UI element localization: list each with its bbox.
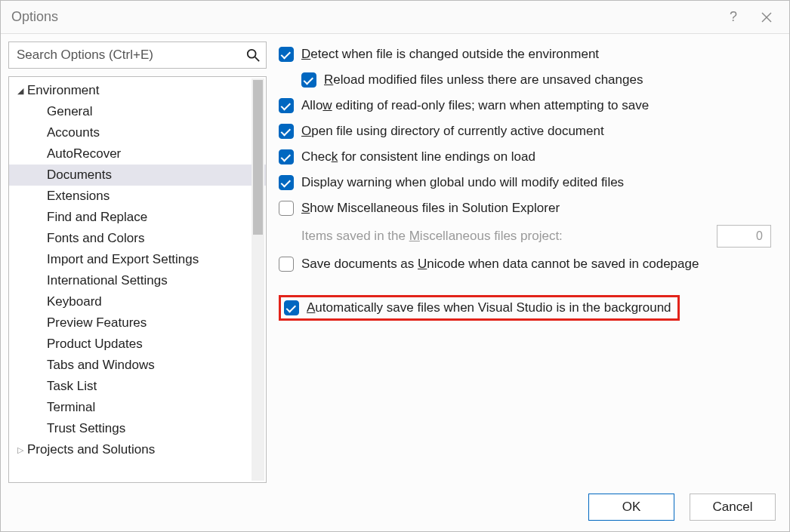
tree-node-autorecover[interactable]: AutoRecover xyxy=(9,143,266,165)
tree-label: Accounts xyxy=(47,125,100,140)
tree-label: Terminal xyxy=(47,400,95,415)
option-label: Check for consistent line endings on loa… xyxy=(301,149,535,165)
tree-label: General xyxy=(47,104,92,119)
tree-label: Projects and Solutions xyxy=(27,442,155,457)
checkbox-reload[interactable] xyxy=(301,72,316,88)
close-icon xyxy=(761,12,772,23)
dialog-footer: OK Cancel xyxy=(1,483,789,531)
checkbox-checkline[interactable] xyxy=(279,149,294,165)
option-openfile: Open file using directory of currently a… xyxy=(279,118,774,144)
tree-content: ◢ Environment General Accounts AutoRecov… xyxy=(9,77,266,463)
checkbox-displaywarn[interactable] xyxy=(279,175,294,190)
option-label: Allow editing of read-only files; warn w… xyxy=(301,98,649,113)
option-label: Show Miscellaneous files in Solution Exp… xyxy=(301,201,560,216)
tree-node-fontscolors[interactable]: Fonts and Colors xyxy=(9,228,266,249)
tree-node-terminal[interactable]: Terminal xyxy=(9,397,266,418)
option-showmisc: Show Miscellaneous files in Solution Exp… xyxy=(279,195,774,221)
search-icon xyxy=(246,48,260,62)
caret-down-icon: ◢ xyxy=(14,86,27,96)
tree-label: Environment xyxy=(27,83,99,98)
option-allowedit: Allow editing of read-only files; warn w… xyxy=(279,93,774,118)
tree-label: International Settings xyxy=(47,273,168,288)
tree-label: Task List xyxy=(47,379,97,394)
checkbox-unicode[interactable] xyxy=(279,257,294,272)
option-displaywarn: Display warning when global undo will mo… xyxy=(279,170,774,195)
titlebar: Options ? xyxy=(1,1,789,34)
tree-node-extensions[interactable]: Extensions xyxy=(9,186,266,207)
tree-node-tabswindows[interactable]: Tabs and Windows xyxy=(9,355,266,376)
tree-label: Product Updates xyxy=(47,337,143,352)
tree-label: AutoRecover xyxy=(47,146,121,161)
tree-node-preview[interactable]: Preview Features xyxy=(9,312,266,334)
option-itemssaved: Items saved in the Miscellaneous files p… xyxy=(279,221,774,251)
option-label: Items saved in the Miscellaneous files p… xyxy=(301,229,563,244)
checkbox-openfile[interactable] xyxy=(279,124,294,139)
option-reload: Reload modified files unless there are u… xyxy=(279,67,774,93)
option-label: Display warning when global undo will mo… xyxy=(301,175,624,190)
tree-label: Import and Export Settings xyxy=(47,252,199,267)
itemssaved-input[interactable] xyxy=(717,225,771,248)
tree-node-trust[interactable]: Trust Settings xyxy=(9,418,266,439)
tree-node-findreplace[interactable]: Find and Replace xyxy=(9,207,266,228)
option-label: Reload modified files unless there are u… xyxy=(324,72,643,88)
tree-label: Extensions xyxy=(47,189,110,204)
option-label: Automatically save files when Visual Stu… xyxy=(307,300,671,315)
tree-node-keyboard[interactable]: Keyboard xyxy=(9,291,266,312)
dialog-body: ◢ Environment General Accounts AutoRecov… xyxy=(1,34,789,483)
option-label: Save documents as Unicode when data cann… xyxy=(301,257,699,272)
option-detect: Detect when file is changed outside the … xyxy=(279,42,774,67)
caret-right-icon: ▷ xyxy=(14,445,27,455)
tree-node-tasklist[interactable]: Task List xyxy=(9,376,266,397)
checkbox-detect[interactable] xyxy=(279,47,294,62)
dialog-title: Options xyxy=(11,9,58,25)
left-pane: ◢ Environment General Accounts AutoRecov… xyxy=(8,42,267,483)
tree-node-projectssolutions[interactable]: ▷ Projects and Solutions xyxy=(9,439,266,460)
tree-label: Find and Replace xyxy=(47,210,147,225)
svg-line-3 xyxy=(255,57,259,61)
tree-node-intl[interactable]: International Settings xyxy=(9,270,266,291)
tree-label: Documents xyxy=(47,168,112,183)
tree-node-importexport[interactable]: Import and Export Settings xyxy=(9,249,266,270)
svg-point-2 xyxy=(248,50,256,58)
options-dialog: Options ? ◢ Environment xyxy=(0,0,790,532)
tree-label: Preview Features xyxy=(47,315,147,331)
tree-label: Keyboard xyxy=(47,294,102,309)
tree-node-accounts[interactable]: Accounts xyxy=(9,122,266,143)
checkbox-allowedit[interactable] xyxy=(279,98,294,113)
option-unicode: Save documents as Unicode when data cann… xyxy=(279,251,774,277)
ok-button[interactable]: OK xyxy=(588,494,674,521)
option-label: Detect when file is changed outside the … xyxy=(301,47,599,62)
options-tree: ◢ Environment General Accounts AutoRecov… xyxy=(8,76,267,483)
close-button[interactable] xyxy=(750,1,783,34)
search-wrap xyxy=(8,42,267,69)
tree-scrollbar[interactable] xyxy=(252,78,264,481)
tree-label: Fonts and Colors xyxy=(47,231,144,246)
help-button[interactable]: ? xyxy=(717,1,750,34)
checkbox-autosave[interactable] xyxy=(284,300,299,315)
checkbox-showmisc[interactable] xyxy=(279,201,294,216)
tree-node-productupdates[interactable]: Product Updates xyxy=(9,334,266,355)
option-checkline: Check for consistent line endings on loa… xyxy=(279,144,774,170)
tree-node-environment[interactable]: ◢ Environment xyxy=(9,80,266,101)
cancel-button[interactable]: Cancel xyxy=(690,494,776,521)
tree-node-documents[interactable]: Documents xyxy=(9,165,266,186)
tree-label: Trust Settings xyxy=(47,421,125,436)
highlight-autosave: Automatically save files when Visual Stu… xyxy=(279,295,680,321)
option-autosave: Automatically save files when Visual Stu… xyxy=(284,300,671,315)
options-panel: Detect when file is changed outside the … xyxy=(274,42,782,483)
window-controls: ? xyxy=(717,1,783,34)
tree-node-general[interactable]: General xyxy=(9,101,266,122)
option-label: Open file using directory of currently a… xyxy=(301,124,604,139)
tree-label: Tabs and Windows xyxy=(47,358,155,373)
search-input[interactable] xyxy=(9,42,266,68)
scrollbar-thumb[interactable] xyxy=(253,80,263,235)
